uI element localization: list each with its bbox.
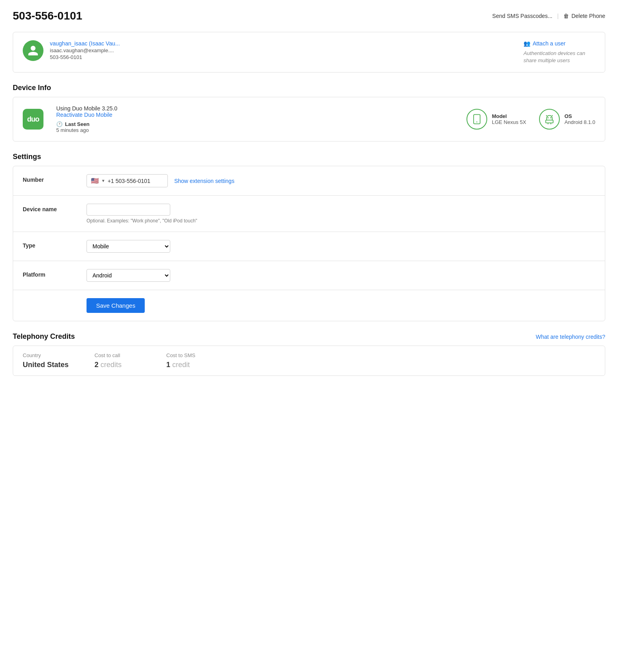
cost-to-sms-value: 1 credit bbox=[166, 361, 214, 369]
platform-content: Android iOS Windows Phone bbox=[87, 269, 595, 282]
user-email: isaac.vaughan@example.... bbox=[50, 47, 501, 53]
android-icon bbox=[544, 114, 555, 125]
device-name-row: Device name Optional. Examples: "Work ph… bbox=[13, 196, 605, 232]
device-name-hint: Optional. Examples: "Work phone", "Old i… bbox=[87, 218, 595, 224]
header-divider: | bbox=[557, 13, 559, 19]
cost-to-call-number: 2 bbox=[94, 361, 98, 369]
type-row: Type Mobile Tablet Landline bbox=[13, 232, 605, 261]
last-seen-time: 5 minutes ago bbox=[56, 127, 454, 133]
flag-icon: 🇺🇸 bbox=[91, 177, 99, 185]
country-dropdown-arrow[interactable]: ▼ bbox=[101, 179, 105, 183]
cost-to-call-unit: credits bbox=[100, 361, 122, 369]
phone-icon bbox=[471, 114, 482, 125]
type-select[interactable]: Mobile Tablet Landline bbox=[87, 240, 170, 253]
credits-country: United States bbox=[23, 361, 71, 369]
device-info-card: duo Using Duo Mobile 3.25.0 Reactivate D… bbox=[13, 97, 605, 141]
os-info: OS Android 8.1.0 bbox=[565, 113, 595, 125]
svg-point-5 bbox=[548, 118, 548, 118]
duo-logo: duo bbox=[23, 109, 43, 130]
save-label-spacer bbox=[23, 298, 87, 301]
user-avatar-icon bbox=[27, 45, 39, 57]
settings-title: Settings bbox=[13, 153, 605, 161]
device-name-content: Optional. Examples: "Work phone", "Old i… bbox=[87, 204, 595, 224]
delete-phone-button[interactable]: 🗑 Delete Phone bbox=[563, 13, 605, 19]
user-card: vaughan_isaac (Isaac Vau... isaac.vaugha… bbox=[13, 32, 605, 73]
show-extension-link[interactable]: Show extension settings bbox=[174, 178, 234, 184]
svg-rect-2 bbox=[545, 120, 553, 123]
os-icon-circle bbox=[539, 109, 560, 130]
device-main-info: Using Duo Mobile 3.25.0 Reactivate Duo M… bbox=[56, 105, 454, 133]
model-icon-circle bbox=[466, 109, 487, 130]
attach-user-link[interactable]: 👥 Attach a user bbox=[524, 40, 566, 47]
device-model-stat: Model LGE Nexus 5X bbox=[466, 109, 526, 130]
credits-col-values: United States 2 credits 1 credit bbox=[23, 361, 595, 369]
country-col-header: Country bbox=[23, 352, 71, 358]
telephony-header: Telephony Credits What are telephony cre… bbox=[13, 332, 605, 341]
save-content: Save Changes bbox=[87, 298, 595, 313]
cost-to-call-value: 2 credits bbox=[94, 361, 142, 369]
trash-icon: 🗑 bbox=[563, 13, 569, 19]
platform-select[interactable]: Android iOS Windows Phone bbox=[87, 269, 170, 282]
username-link[interactable]: vaughan_isaac (Isaac Vau... bbox=[50, 40, 120, 47]
model-info: Model LGE Nexus 5X bbox=[492, 113, 526, 125]
credits-col-headers: Country Cost to call Cost to SMS bbox=[23, 352, 595, 358]
number-input[interactable] bbox=[108, 178, 163, 184]
device-os-stat: OS Android 8.1.0 bbox=[539, 109, 595, 130]
platform-label: Platform bbox=[23, 269, 87, 278]
svg-line-7 bbox=[546, 115, 547, 116]
cost-to-sms-unit: credit bbox=[172, 361, 190, 369]
send-sms-button[interactable]: Send SMS Passcodes... bbox=[492, 13, 553, 19]
settings-card: Number 🇺🇸 ▼ Show extension settings Devi… bbox=[13, 166, 605, 321]
svg-point-6 bbox=[551, 118, 551, 118]
using-text: Using Duo Mobile 3.25.0 bbox=[56, 105, 454, 112]
platform-row: Platform Android iOS Windows Phone bbox=[13, 261, 605, 290]
header-actions: Send SMS Passcodes... | 🗑 Delete Phone bbox=[492, 13, 605, 19]
cost-to-sms-number: 1 bbox=[166, 361, 170, 369]
user-phone: 503-556-0101 bbox=[50, 54, 501, 60]
attach-user-section: 👥 Attach a user Authentication devices c… bbox=[524, 40, 595, 64]
number-row: Number 🇺🇸 ▼ Show extension settings bbox=[13, 166, 605, 196]
phone-title: 503-556-0101 bbox=[13, 10, 82, 22]
avatar bbox=[23, 40, 43, 61]
type-label: Type bbox=[23, 240, 87, 249]
credits-card: Country Cost to call Cost to SMS United … bbox=[13, 346, 605, 376]
device-name-label: Device name bbox=[23, 204, 87, 212]
number-content: 🇺🇸 ▼ Show extension settings bbox=[87, 174, 595, 187]
user-info: vaughan_isaac (Isaac Vau... isaac.vaugha… bbox=[50, 40, 501, 60]
save-changes-button[interactable]: Save Changes bbox=[87, 298, 145, 313]
save-row: Save Changes bbox=[13, 290, 605, 321]
device-info-title: Device Info bbox=[13, 84, 605, 92]
reactivate-link[interactable]: Reactivate Duo Mobile bbox=[56, 112, 112, 118]
number-input-wrap[interactable]: 🇺🇸 ▼ bbox=[87, 174, 168, 187]
clock-icon: 🕐 bbox=[56, 121, 63, 127]
attach-note: Authentication devices can share multipl… bbox=[524, 50, 595, 64]
number-label: Number bbox=[23, 174, 87, 183]
what-are-credits-link[interactable]: What are telephony credits? bbox=[536, 334, 605, 340]
cost-to-sms-col-header: Cost to SMS bbox=[166, 352, 214, 358]
type-content: Mobile Tablet Landline bbox=[87, 240, 595, 253]
last-seen: 🕐 Last Seen bbox=[56, 121, 454, 127]
svg-line-8 bbox=[551, 115, 552, 116]
device-name-input[interactable] bbox=[87, 204, 170, 216]
cost-to-call-col-header: Cost to call bbox=[94, 352, 142, 358]
page-header: 503-556-0101 Send SMS Passcodes... | 🗑 D… bbox=[13, 10, 605, 22]
telephony-title: Telephony Credits bbox=[13, 332, 75, 341]
attach-user-icon: 👥 bbox=[524, 40, 530, 47]
